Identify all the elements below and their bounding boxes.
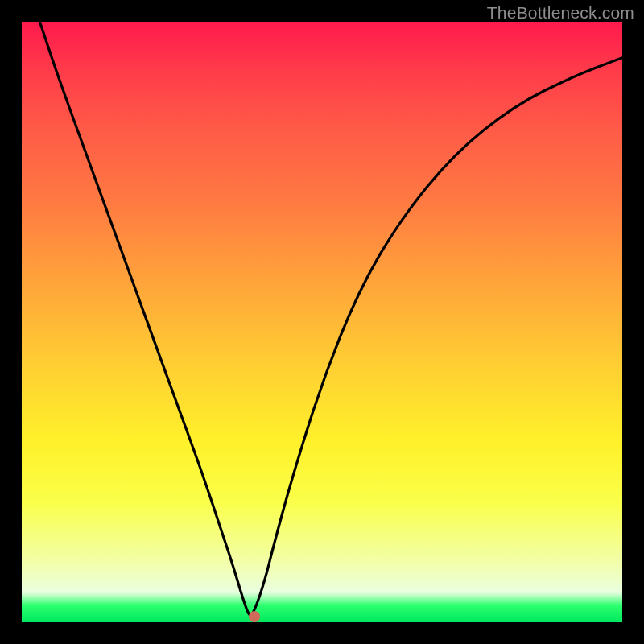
chart-frame: TheBottleneck.com (0, 0, 644, 644)
plot-area (22, 22, 622, 622)
watermark-text: TheBottleneck.com (487, 3, 634, 23)
minimum-marker (249, 611, 260, 622)
bottleneck-curve (22, 22, 622, 622)
